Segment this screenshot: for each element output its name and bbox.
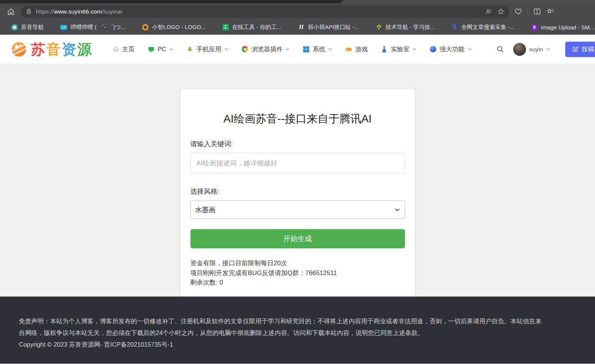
- chevron-down-icon: [169, 48, 173, 50]
- username[interactable]: suyin: [529, 46, 543, 53]
- tab-strip-segment: [341, 0, 595, 3]
- browser-toolbar: https://www.suyin66.com/suyinai: [0, 3, 595, 20]
- chevron-down-icon: [224, 48, 228, 50]
- monitor-icon: [148, 46, 155, 53]
- user-menu[interactable]: suyin: [513, 43, 551, 56]
- chevron-down-icon: [328, 48, 332, 50]
- keyword-label: 请输入关键词:: [190, 139, 405, 148]
- nav-label: 实验室: [391, 45, 409, 54]
- home-icon: [7, 8, 15, 16]
- home-button[interactable]: [5, 6, 17, 17]
- nav-item-games[interactable]: 游戏: [345, 45, 368, 54]
- bookmark-label: 在线工具 - 你的工...: [232, 24, 282, 31]
- submit-post-button[interactable]: 投稿: [565, 41, 595, 57]
- chevron-down-icon: [546, 48, 551, 50]
- keyword-input[interactable]: [190, 153, 405, 173]
- note-remaining: 剩余次数: 0: [190, 278, 405, 288]
- ai-draw-card: AI绘画苏音--接口来自于腾讯AI 请输入关键词: 选择风格: 水墨画 开始生成…: [181, 89, 415, 297]
- nav-item-power-features[interactable]: 强大功能: [430, 45, 472, 54]
- chevron-down-icon: [413, 48, 417, 50]
- nav-label: 系统: [313, 45, 325, 54]
- disclaimer-line-1: 免责声明：本站为个人博客，博客所发布的一切修改补丁、注册机和及软件的文章仅限用于…: [19, 315, 576, 327]
- nav-item-pc[interactable]: PC: [148, 46, 173, 53]
- avatar[interactable]: [513, 43, 526, 56]
- nav-item-lab[interactable]: 实验室: [381, 45, 417, 54]
- tab-strip: [0, 0, 595, 3]
- bookmark-suyin-nav[interactable]: 苏音导航: [3, 21, 52, 33]
- note-quota: 资金有限，接口目前限制每日20次: [190, 258, 405, 268]
- usage-notes: 资金有限，接口目前限制每日20次 项目刚刚开发完成有BUG反馈请加Q群：7665…: [190, 258, 405, 288]
- bilibili-icon: [60, 25, 67, 30]
- gamepad-icon: [345, 46, 352, 53]
- toolbar-right-icons: [514, 8, 555, 16]
- favorites-hub-icon[interactable]: [546, 8, 555, 16]
- bookmark-online-tools[interactable]: 在线工具 - 你的工...: [214, 21, 290, 33]
- gem-icon: [376, 24, 382, 31]
- bookmark-api-site[interactable]: 韩小韩API接口站 -...: [290, 21, 367, 33]
- nav-label: 强大功能: [440, 45, 465, 54]
- nav-item-home[interactable]: 主页: [112, 45, 135, 54]
- bookmarks-bar: 苏音导航 哔哩哔哩 ( ゜- ゜)つ... 小智LOGO - LOGO... 在…: [0, 20, 595, 35]
- bookmark-label: 小智LOGO - LOGO...: [152, 24, 206, 31]
- split-screen-icon[interactable]: [533, 8, 541, 15]
- flask-icon: [381, 46, 388, 53]
- browser-essentials-icon[interactable]: [514, 8, 522, 15]
- nav-label: 浏览器插件: [251, 45, 283, 54]
- copyright: Copyright © 2023 苏音资源网- 晋ICP备2021015735号…: [19, 339, 576, 350]
- read-aloud-icon[interactable]: [486, 8, 491, 15]
- blue-s-icon: [451, 24, 458, 31]
- android-icon: [187, 46, 193, 53]
- search-button[interactable]: [496, 45, 504, 53]
- bookmark-tech-nav[interactable]: 技术导航 - 学习技...: [367, 21, 443, 33]
- windows-icon: [303, 46, 310, 53]
- orange-ring-icon: [142, 24, 149, 31]
- bookmark-bilibili[interactable]: 哔哩哔哩 ( ゜- ゜)つ...: [52, 21, 134, 33]
- generate-button[interactable]: 开始生成: [190, 229, 405, 248]
- bookmark-article-search[interactable]: 全网文章搜索采集 -...: [443, 21, 523, 33]
- nav-label: 游戏: [355, 45, 368, 54]
- compass-icon: [11, 24, 18, 31]
- site-header: 苏音资源 主页 PC 手机应用 浏览器插件: [0, 35, 595, 64]
- url-host: www.suyin66.com: [54, 8, 102, 15]
- planet-logo-icon: [11, 41, 28, 57]
- note-qq-group: 项目刚刚开发完成有BUG反馈请加Q群：766512511: [190, 268, 405, 278]
- purple-badge-icon: [531, 24, 538, 31]
- bookmark-label: 全网文章搜索采集 -...: [461, 24, 515, 31]
- nav-item-browser-extensions[interactable]: 浏览器插件: [242, 45, 290, 54]
- bookmark-label: 哔哩哔哩 ( ゜- ゜)つ...: [71, 24, 126, 31]
- search-icon: [496, 45, 504, 53]
- url-scheme: https://: [36, 8, 54, 15]
- nav-item-system[interactable]: 系统: [303, 45, 332, 54]
- address-bar[interactable]: https://www.suyin66.com/suyinai: [21, 5, 509, 18]
- edit-icon: [572, 46, 578, 52]
- house-icon: [112, 46, 119, 53]
- page-title: AI绘画苏音--接口来自于腾讯AI: [190, 112, 405, 127]
- nav-item-mobile-apps[interactable]: 手机应用: [187, 45, 228, 54]
- url-path: /suyinai: [102, 8, 122, 15]
- main-nav: 主页 PC 手机应用 浏览器插件 系统: [112, 45, 472, 54]
- lock-icon[interactable]: [26, 8, 32, 15]
- nav-label: 手机应用: [196, 45, 221, 54]
- bookmark-label: 韩小韩API接口站 -...: [308, 24, 359, 31]
- disclaimer-line-2: 自网络，版权争议与本站无关，您必须在下载后的24个小时之内，从您的电脑中彻底删除…: [19, 327, 576, 339]
- logo-text: 苏音资源: [31, 42, 93, 57]
- chevron-down-icon: [285, 48, 290, 50]
- bookmark-image-upload[interactable]: Image Upload - SM...: [523, 21, 595, 33]
- chevron-down-icon: [468, 48, 472, 50]
- style-select-wrap: 水墨画: [190, 200, 405, 219]
- chrome-icon: [242, 46, 248, 53]
- bookmark-logo-maker[interactable]: 小智LOGO - LOGO...: [134, 21, 214, 33]
- site-logo[interactable]: 苏音资源: [11, 41, 93, 57]
- style-label: 选择风格:: [190, 187, 405, 196]
- url-text: https://www.suyin66.com/suyinai: [36, 8, 122, 15]
- nav-label: 主页: [122, 45, 135, 54]
- italic-h-icon: [298, 24, 304, 31]
- tool-icon: [222, 24, 229, 31]
- site-footer: 免责声明：本站为个人博客，博客所发布的一切修改补丁、注册机和及软件的文章仅限用于…: [0, 297, 595, 364]
- nav-label: PC: [158, 46, 166, 53]
- favorite-star-icon[interactable]: [497, 8, 505, 15]
- bookmark-label: Image Upload - SM...: [541, 24, 595, 31]
- bookmark-label: 苏音导航: [21, 24, 44, 31]
- power-features-icon: [430, 46, 437, 53]
- style-select[interactable]: 水墨画: [190, 200, 405, 219]
